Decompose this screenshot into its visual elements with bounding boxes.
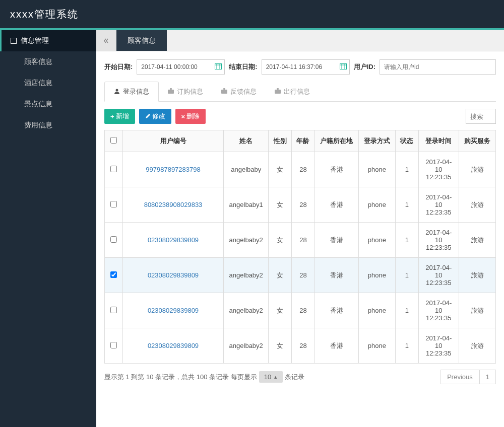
cell-service: 旅游 <box>459 328 495 364</box>
end-date-input[interactable] <box>262 59 350 75</box>
table-row[interactable]: 02308029839809angelbaby2女28香港phone12017-… <box>105 223 496 258</box>
cell-method: phone <box>358 223 395 258</box>
filter-row: 开始日期: 结束日期: 用户ID: <box>104 59 496 75</box>
cell-userid[interactable]: 997987897283798 <box>123 152 224 187</box>
sidebar-item-customer[interactable]: 顾客信息 <box>0 51 96 73</box>
cell-name: angelbaby2 <box>224 223 269 258</box>
cell-status: 1 <box>396 293 419 328</box>
row-checkbox[interactable] <box>110 236 117 243</box>
cell-method: phone <box>358 152 395 187</box>
pagination-info-suffix: 条记录 <box>285 373 304 382</box>
row-checkbox[interactable] <box>110 201 117 207</box>
cell-service: 旅游 <box>459 187 495 223</box>
page-size-selector[interactable]: 10 ▲ <box>259 371 283 383</box>
table-row[interactable]: 997987897283798angelbaby女28香港phone12017-… <box>105 152 496 187</box>
tab-travel[interactable]: 出行信息 <box>266 82 319 101</box>
breadcrumb-tab[interactable]: 顾客信息 <box>116 30 167 51</box>
cell-service: 旅游 <box>459 258 495 293</box>
page-size-value: 10 <box>264 373 271 381</box>
cell-name: angelbaby1 <box>224 187 269 223</box>
cell-userid[interactable]: 8080238908029833 <box>123 187 224 223</box>
tab-label: 订购信息 <box>177 87 203 96</box>
add-button[interactable]: + 新增 <box>104 109 135 124</box>
delete-button[interactable]: × 删除 <box>175 109 206 124</box>
cell-gender: 女 <box>269 258 292 293</box>
cell-userid[interactable]: 02308029839809 <box>123 328 224 364</box>
svg-rect-4 <box>340 64 346 69</box>
svg-point-8 <box>116 89 118 91</box>
start-date-label: 开始日期: <box>104 62 133 72</box>
svg-rect-12 <box>223 88 225 90</box>
edit-label: 修改 <box>152 112 165 121</box>
user-icon <box>114 88 120 96</box>
page-1-button[interactable]: 1 <box>479 370 496 384</box>
cell-status: 1 <box>396 258 419 293</box>
col-method[interactable]: 登录方式 <box>358 130 395 152</box>
col-age[interactable]: 年龄 <box>292 130 315 152</box>
sidebar-item-fee[interactable]: 费用信息 <box>0 115 96 136</box>
briefcase-icon <box>168 88 174 95</box>
main-content: 顾客信息 开始日期: 结束日期: 用户ID: <box>96 30 504 427</box>
svg-rect-10 <box>170 88 172 90</box>
col-loc[interactable]: 户籍所在地 <box>314 130 358 152</box>
cell-method: phone <box>358 328 395 364</box>
table-row[interactable]: 02308029839809angelbaby2女28香港phone12017-… <box>105 293 496 328</box>
cell-time: 2017-04-10 12:23:35 <box>418 293 459 328</box>
cell-name: angelbaby <box>224 152 269 187</box>
row-checkbox[interactable] <box>110 166 117 172</box>
col-time[interactable]: 登录时间 <box>418 130 459 152</box>
cell-userid[interactable]: 02308029839809 <box>123 223 224 258</box>
user-id-input[interactable] <box>380 59 496 75</box>
cell-method: phone <box>358 258 395 293</box>
search-input[interactable] <box>466 109 496 124</box>
sidebar-item-spot[interactable]: 景点信息 <box>0 94 96 115</box>
cell-method: phone <box>358 187 395 223</box>
cell-time: 2017-04-10 12:23:35 <box>418 187 459 223</box>
cell-age: 28 <box>292 152 315 187</box>
table-row[interactable]: 02308029839809angelbaby2女28香港phone12017-… <box>105 328 496 364</box>
cell-status: 1 <box>396 152 419 187</box>
sidebar-section-info[interactable]: 信息管理 <box>0 30 96 51</box>
close-icon: × <box>181 113 185 120</box>
tab-feedback[interactable]: 反馈信息 <box>212 82 266 101</box>
end-date-label: 结束日期: <box>229 62 257 72</box>
col-gender[interactable]: 性别 <box>269 130 292 152</box>
tab-bar: 登录信息 订购信息 反馈信息 <box>104 82 496 102</box>
col-status[interactable]: 状态 <box>396 130 419 152</box>
select-all-checkbox[interactable] <box>110 137 117 144</box>
cell-service: 旅游 <box>459 293 495 328</box>
pagination: 显示第 1 到第 10 条记录，总共 100 条记录 每页显示 10 ▲ 条记录… <box>104 364 496 384</box>
table-row[interactable]: 02308029839809angelbaby2女28香港phone12017-… <box>105 258 496 293</box>
collapse-sidebar-button[interactable] <box>96 30 116 51</box>
edit-button[interactable]: 修改 <box>139 109 171 124</box>
col-service[interactable]: 购买服务 <box>459 130 495 152</box>
cell-status: 1 <box>396 223 419 258</box>
table-row[interactable]: 8080238908029833angelbaby1女28香港phone1201… <box>105 187 496 223</box>
calendar-icon[interactable] <box>215 63 222 71</box>
col-userid[interactable]: 用户编号 <box>123 130 224 152</box>
row-checkbox[interactable] <box>110 307 117 313</box>
start-date-input[interactable] <box>137 59 225 75</box>
cell-status: 1 <box>396 187 419 223</box>
prev-page-button[interactable]: Previous <box>440 370 479 384</box>
row-checkbox[interactable] <box>110 342 117 348</box>
cell-gender: 女 <box>269 293 292 328</box>
cell-userid[interactable]: 02308029839809 <box>123 293 224 328</box>
cell-time: 2017-04-10 12:23:35 <box>418 328 459 364</box>
cell-time: 2017-04-10 12:23:35 <box>418 223 459 258</box>
cell-time: 2017-04-10 12:23:35 <box>418 258 459 293</box>
row-checkbox[interactable] <box>110 271 117 278</box>
sidebar: 信息管理 顾客信息 酒店信息 景点信息 费用信息 <box>0 30 96 427</box>
sidebar-item-hotel[interactable]: 酒店信息 <box>0 73 96 94</box>
cell-name: angelbaby2 <box>224 258 269 293</box>
tab-order[interactable]: 订购信息 <box>159 82 212 101</box>
cell-age: 28 <box>292 293 315 328</box>
col-name[interactable]: 姓名 <box>224 130 269 152</box>
svg-rect-11 <box>221 90 227 94</box>
cell-gender: 女 <box>269 152 292 187</box>
tab-login[interactable]: 登录信息 <box>104 82 159 102</box>
app-title: xxxx管理系统 <box>10 8 79 21</box>
cell-userid[interactable]: 02308029839809 <box>123 258 224 293</box>
tab-label: 登录信息 <box>123 87 149 96</box>
calendar-icon[interactable] <box>340 63 347 71</box>
